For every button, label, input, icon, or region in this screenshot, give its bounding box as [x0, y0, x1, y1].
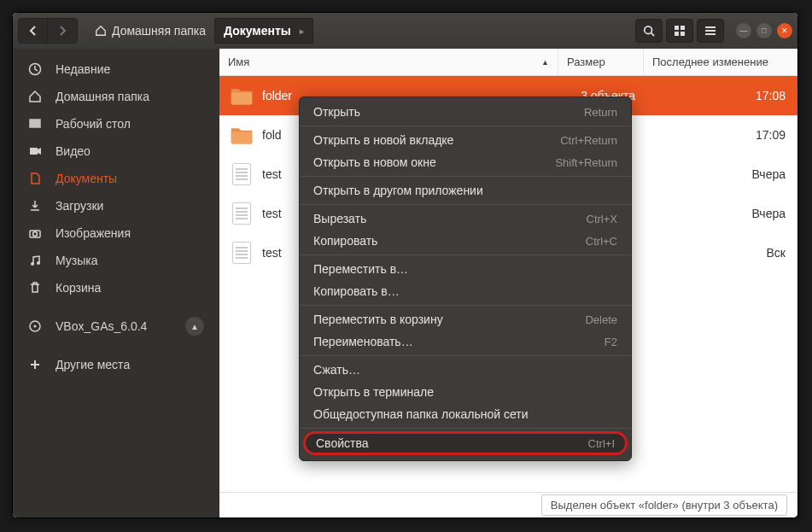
svg-rect-11	[30, 148, 38, 155]
menu-item[interactable]: Общедоступная папка локальной сети	[300, 403, 631, 425]
text-file-icon	[230, 203, 254, 224]
menu-item[interactable]: Открыть в другом приложении	[300, 179, 631, 202]
sidebar-item-camera[interactable]: Изображения	[13, 219, 219, 247]
menu-item-label: Открыть в терминале	[313, 385, 434, 399]
chevron-right-icon: ▸	[300, 26, 304, 36]
menu-item-label: Свойства	[316, 436, 368, 450]
sidebar-item-label: Корзина	[55, 281, 101, 295]
menu-item-shortcut: Ctrl+Return	[560, 134, 617, 147]
text-file-icon	[230, 164, 254, 184]
eject-button[interactable]: ▲	[185, 317, 204, 336]
text-file-icon	[230, 243, 254, 263]
menu-item-shortcut: F2	[605, 336, 617, 348]
camera-icon	[28, 226, 44, 240]
sidebar-item-label: Другие места	[55, 358, 130, 371]
menu-separator	[300, 204, 631, 205]
sidebar-item-video[interactable]: Видео	[13, 137, 219, 165]
svg-rect-2	[675, 26, 679, 30]
status-text: Выделен объект «folder» (внутри 3 объект…	[541, 494, 787, 516]
view-grid-button[interactable]	[666, 19, 693, 43]
file-modified: 17:08	[644, 89, 797, 102]
menu-separator	[300, 176, 631, 177]
menu-item-label: Общедоступная папка локальной сети	[313, 407, 528, 421]
sidebar-item-download[interactable]: Загрузки	[13, 192, 219, 219]
sidebar-item-clock[interactable]: Недавние	[13, 56, 219, 83]
menu-separator	[300, 126, 631, 126]
desktop-icon	[28, 117, 44, 131]
breadcrumb: Домашняя папка Документы ▸	[86, 18, 632, 44]
search-button[interactable]	[635, 19, 663, 43]
file-modified: Вчера	[644, 167, 797, 181]
menu-item[interactable]: Переместить в корзинуDelete	[300, 308, 631, 330]
svg-line-1	[651, 33, 655, 37]
col-size-label: Размер	[567, 56, 605, 68]
menu-item-shortcut: Ctrl+C	[586, 235, 617, 248]
forward-button[interactable]	[48, 19, 77, 43]
menu-item-label: Открыть в другом приложении	[313, 184, 483, 197]
breadcrumb-home[interactable]: Домашняя папка	[86, 19, 214, 43]
back-button[interactable]	[19, 19, 48, 43]
menu-item[interactable]: ВырезатьCtrl+X	[300, 208, 631, 230]
menu-item[interactable]: Открыть в новой вкладкеCtrl+Return	[300, 129, 631, 151]
menu-item-label: Вырезать	[313, 212, 366, 225]
sidebar-item-docs[interactable]: Документы	[13, 165, 219, 192]
menu-item-label: Переименовать…	[313, 335, 413, 348]
file-name: test	[262, 207, 282, 220]
hamburger-menu-button[interactable]	[697, 19, 724, 43]
menu-item[interactable]: Открыть в терминале	[300, 381, 631, 403]
sidebar-volume[interactable]: VBox_GAs_6.0.4▲	[13, 310, 219, 342]
menu-item-shortcut: Shift+Return	[555, 156, 617, 169]
menu-item[interactable]: Открыть в новом окнеShift+Return	[300, 151, 631, 173]
file-modified: Вск	[644, 246, 797, 260]
maximize-button[interactable]: □	[757, 23, 772, 38]
menu-item[interactable]: СвойстваCtrl+I	[303, 431, 628, 455]
close-button[interactable]: ✕	[777, 23, 792, 38]
menu-item-shortcut: Ctrl+X	[587, 213, 617, 225]
col-modified[interactable]: Последнее изменение	[644, 49, 797, 75]
menu-item[interactable]: Переместить в…	[300, 258, 631, 280]
file-name: test	[262, 246, 282, 260]
sidebar-item-trash[interactable]: Корзина	[13, 274, 219, 301]
menu-item-label: Копировать в…	[313, 284, 400, 298]
home-icon	[28, 90, 44, 103]
breadcrumb-current[interactable]: Документы ▸	[214, 18, 313, 44]
menu-item[interactable]: Сжать…	[300, 359, 631, 381]
svg-point-13	[33, 232, 38, 237]
col-name[interactable]: Имя ▲	[219, 49, 558, 75]
trash-icon	[28, 281, 44, 295]
sidebar-item-desktop[interactable]: Рабочий стол	[13, 110, 219, 137]
menu-item[interactable]: Переименовать…F2	[300, 330, 631, 353]
sidebar-item-music[interactable]: Музыка	[13, 247, 219, 274]
svg-rect-10	[30, 120, 40, 127]
menu-item-shortcut: Ctrl+I	[588, 437, 615, 450]
sidebar-item-home[interactable]: Домашняя папка	[13, 83, 219, 110]
sidebar-item-label: Недавние	[55, 62, 110, 76]
col-name-label: Имя	[228, 56, 249, 68]
menu-item-label: Открыть в новом окне	[313, 155, 436, 169]
menu-item[interactable]: ОткрытьReturn	[300, 101, 631, 123]
music-icon	[28, 254, 44, 267]
col-modified-label: Последнее изменение	[652, 56, 768, 68]
breadcrumb-label: Документы	[224, 24, 291, 38]
sidebar-item-label: Видео	[55, 144, 91, 158]
grid-icon	[674, 25, 686, 37]
svg-rect-5	[681, 32, 685, 36]
col-size[interactable]: Размер	[558, 49, 644, 75]
menu-item-shortcut: Return	[584, 106, 617, 119]
search-icon	[643, 25, 655, 37]
menu-item-label: Сжать…	[313, 363, 360, 377]
menu-item[interactable]: Копировать в…	[300, 280, 631, 302]
home-icon	[95, 25, 107, 37]
folder-icon	[230, 125, 254, 145]
file-modified: 17:09	[644, 128, 797, 142]
toolbar-right	[635, 19, 724, 43]
sidebar-item-label: Изображения	[55, 226, 131, 240]
file-name: folder	[262, 89, 292, 102]
minimize-button[interactable]: —	[736, 23, 751, 38]
menu-item[interactable]: КопироватьCtrl+C	[300, 230, 631, 252]
menu-item-label: Открыть в новой вкладке	[313, 133, 453, 147]
file-name: test	[262, 167, 282, 181]
menu-item-label: Переместить в корзину	[313, 313, 443, 326]
sidebar-other-places[interactable]: Другие места	[13, 351, 219, 378]
plus-icon	[28, 358, 44, 371]
